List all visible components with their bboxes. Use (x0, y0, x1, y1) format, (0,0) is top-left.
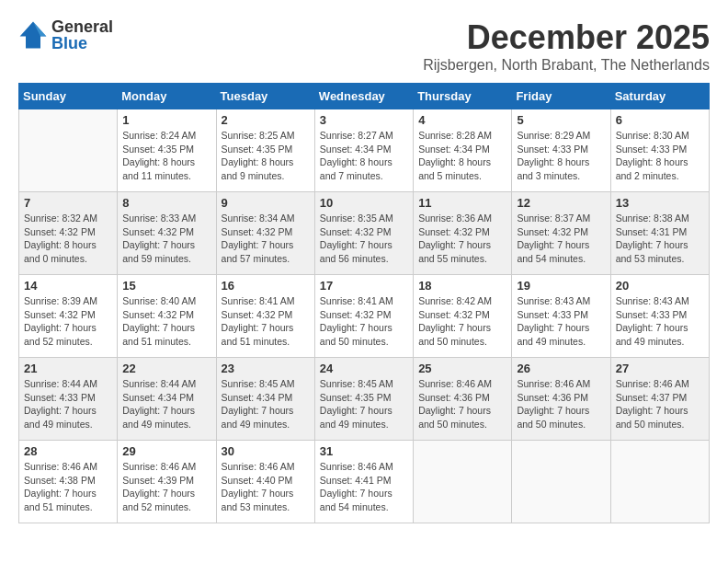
day-number: 6 (616, 113, 704, 127)
day-info: Sunrise: 8:46 AMSunset: 4:38 PMDaylight:… (24, 460, 112, 514)
calendar-cell: 14Sunrise: 8:39 AMSunset: 4:32 PMDayligh… (19, 275, 118, 358)
day-number: 26 (517, 362, 605, 375)
day-info: Sunrise: 8:44 AMSunset: 4:34 PMDaylight:… (122, 377, 210, 431)
calendar-cell: 25Sunrise: 8:46 AMSunset: 4:36 PMDayligh… (414, 358, 512, 441)
calendar-week-row: 7Sunrise: 8:32 AMSunset: 4:32 PMDaylight… (19, 192, 710, 275)
calendar-cell: 29Sunrise: 8:46 AMSunset: 4:39 PMDayligh… (118, 441, 216, 523)
calendar-table: SundayMondayTuesdayWednesdayThursdayFrid… (18, 83, 710, 523)
day-number: 13 (616, 196, 704, 210)
day-number: 4 (418, 113, 506, 127)
day-number: 31 (320, 444, 408, 458)
day-number: 14 (24, 279, 112, 293)
logo: General Blue (18, 18, 113, 52)
calendar-cell: 1Sunrise: 8:24 AMSunset: 4:35 PMDaylight… (118, 109, 216, 192)
day-number: 15 (122, 279, 210, 293)
page-header: General Blue December 2025 Rijsbergen, N… (18, 18, 710, 74)
day-number: 7 (24, 196, 112, 210)
day-number: 2 (222, 113, 310, 127)
day-number: 10 (320, 196, 408, 210)
calendar-cell: 10Sunrise: 8:35 AMSunset: 4:32 PMDayligh… (314, 192, 413, 275)
calendar-cell: 2Sunrise: 8:25 AMSunset: 4:35 PMDaylight… (216, 109, 314, 192)
day-info: Sunrise: 8:37 AMSunset: 4:32 PMDaylight:… (517, 212, 605, 266)
calendar-cell: 23Sunrise: 8:45 AMSunset: 4:34 PMDayligh… (216, 358, 314, 441)
calendar-cell: 19Sunrise: 8:43 AMSunset: 4:33 PMDayligh… (512, 275, 610, 358)
day-number: 25 (418, 362, 506, 375)
calendar-week-row: 21Sunrise: 8:44 AMSunset: 4:33 PMDayligh… (19, 358, 710, 441)
day-info: Sunrise: 8:33 AMSunset: 4:32 PMDaylight:… (122, 212, 210, 266)
calendar-week-row: 1Sunrise: 8:24 AMSunset: 4:35 PMDaylight… (19, 109, 710, 192)
header-tuesday: Tuesday (216, 84, 314, 109)
calendar-cell: 28Sunrise: 8:46 AMSunset: 4:38 PMDayligh… (19, 441, 118, 523)
day-info: Sunrise: 8:39 AMSunset: 4:32 PMDaylight:… (24, 294, 112, 349)
day-number: 11 (418, 196, 506, 210)
header-saturday: Saturday (610, 84, 709, 109)
day-info: Sunrise: 8:42 AMSunset: 4:32 PMDaylight:… (418, 294, 506, 349)
calendar-cell (610, 441, 709, 523)
logo-text: General Blue (51, 18, 113, 52)
calendar-cell: 9Sunrise: 8:34 AMSunset: 4:32 PMDaylight… (216, 192, 314, 275)
day-info: Sunrise: 8:46 AMSunset: 4:41 PMDaylight:… (320, 460, 408, 514)
calendar-cell: 31Sunrise: 8:46 AMSunset: 4:41 PMDayligh… (314, 441, 413, 523)
day-info: Sunrise: 8:41 AMSunset: 4:32 PMDaylight:… (320, 294, 408, 349)
day-number: 5 (517, 113, 605, 127)
day-number: 28 (24, 444, 112, 458)
calendar-cell: 22Sunrise: 8:44 AMSunset: 4:34 PMDayligh… (118, 358, 216, 441)
calendar-week-row: 14Sunrise: 8:39 AMSunset: 4:32 PMDayligh… (19, 275, 710, 358)
calendar-title: December 2025 (423, 18, 710, 57)
calendar-cell: 18Sunrise: 8:42 AMSunset: 4:32 PMDayligh… (414, 275, 512, 358)
calendar-cell: 7Sunrise: 8:32 AMSunset: 4:32 PMDaylight… (19, 192, 118, 275)
day-number: 22 (122, 362, 210, 375)
header-wednesday: Wednesday (314, 84, 413, 109)
day-number: 16 (222, 279, 310, 293)
calendar-cell (512, 441, 610, 523)
calendar-cell: 8Sunrise: 8:33 AMSunset: 4:32 PMDaylight… (118, 192, 216, 275)
calendar-cell: 26Sunrise: 8:46 AMSunset: 4:36 PMDayligh… (512, 358, 610, 441)
day-number: 1 (122, 113, 210, 127)
calendar-cell: 12Sunrise: 8:37 AMSunset: 4:32 PMDayligh… (512, 192, 610, 275)
day-info: Sunrise: 8:27 AMSunset: 4:34 PMDaylight:… (320, 129, 408, 183)
calendar-cell: 3Sunrise: 8:27 AMSunset: 4:34 PMDaylight… (314, 109, 413, 192)
header-sunday: Sunday (19, 84, 118, 109)
calendar-cell: 11Sunrise: 8:36 AMSunset: 4:32 PMDayligh… (414, 192, 512, 275)
calendar-cell: 5Sunrise: 8:29 AMSunset: 4:33 PMDaylight… (512, 109, 610, 192)
day-info: Sunrise: 8:43 AMSunset: 4:33 PMDaylight:… (616, 294, 704, 349)
calendar-cell: 6Sunrise: 8:30 AMSunset: 4:33 PMDaylight… (610, 109, 709, 192)
day-info: Sunrise: 8:25 AMSunset: 4:35 PMDaylight:… (222, 129, 310, 183)
day-number: 24 (320, 362, 408, 375)
day-info: Sunrise: 8:41 AMSunset: 4:32 PMDaylight:… (222, 294, 310, 349)
calendar-cell: 30Sunrise: 8:46 AMSunset: 4:40 PMDayligh… (216, 441, 314, 523)
day-number: 21 (24, 362, 112, 375)
day-number: 9 (222, 196, 310, 210)
day-number: 29 (122, 444, 210, 458)
day-info: Sunrise: 8:45 AMSunset: 4:34 PMDaylight:… (222, 377, 310, 431)
day-info: Sunrise: 8:24 AMSunset: 4:35 PMDaylight:… (122, 129, 210, 183)
header-monday: Monday (118, 84, 216, 109)
logo-icon (18, 20, 48, 50)
day-info: Sunrise: 8:40 AMSunset: 4:32 PMDaylight:… (122, 294, 210, 349)
day-info: Sunrise: 8:29 AMSunset: 4:33 PMDaylight:… (517, 129, 605, 183)
calendar-cell: 15Sunrise: 8:40 AMSunset: 4:32 PMDayligh… (118, 275, 216, 358)
calendar-cell: 16Sunrise: 8:41 AMSunset: 4:32 PMDayligh… (216, 275, 314, 358)
day-number: 18 (418, 279, 506, 293)
title-area: December 2025 Rijsbergen, North Brabant,… (423, 18, 710, 74)
calendar-week-row: 28Sunrise: 8:46 AMSunset: 4:38 PMDayligh… (19, 441, 710, 523)
day-info: Sunrise: 8:46 AMSunset: 4:40 PMDaylight:… (222, 460, 310, 514)
day-info: Sunrise: 8:43 AMSunset: 4:33 PMDaylight:… (517, 294, 605, 349)
calendar-cell (19, 109, 118, 192)
day-number: 8 (122, 196, 210, 210)
day-number: 17 (320, 279, 408, 293)
calendar-cell: 17Sunrise: 8:41 AMSunset: 4:32 PMDayligh… (314, 275, 413, 358)
calendar-cell: 24Sunrise: 8:45 AMSunset: 4:35 PMDayligh… (314, 358, 413, 441)
day-info: Sunrise: 8:46 AMSunset: 4:36 PMDaylight:… (517, 377, 605, 431)
header-thursday: Thursday (414, 84, 512, 109)
day-number: 19 (517, 279, 605, 293)
day-info: Sunrise: 8:44 AMSunset: 4:33 PMDaylight:… (24, 377, 112, 431)
day-info: Sunrise: 8:32 AMSunset: 4:32 PMDaylight:… (24, 212, 112, 266)
day-number: 30 (222, 444, 310, 458)
day-info: Sunrise: 8:46 AMSunset: 4:39 PMDaylight:… (122, 460, 210, 514)
calendar-cell: 20Sunrise: 8:43 AMSunset: 4:33 PMDayligh… (610, 275, 709, 358)
header-friday: Friday (512, 84, 610, 109)
day-number: 12 (517, 196, 605, 210)
day-info: Sunrise: 8:35 AMSunset: 4:32 PMDaylight:… (320, 212, 408, 266)
calendar-cell (414, 441, 512, 523)
